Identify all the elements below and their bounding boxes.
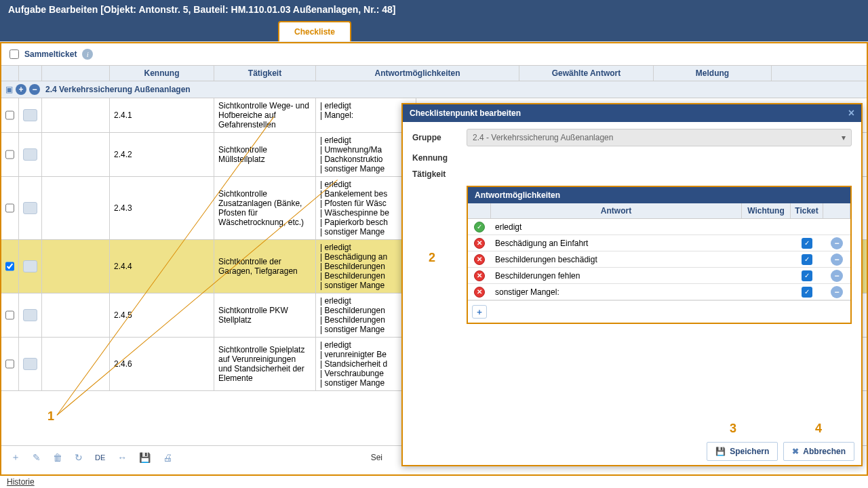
answer-row[interactable]: ✕sonstiger Mangel:✓− (468, 284, 850, 300)
toolbar-lang[interactable]: DE (95, 453, 105, 462)
drag-handle[interactable] (23, 148, 37, 161)
add-icon[interactable]: + (16, 84, 26, 95)
dialog-title: Checklistenpunkt bearbeiten (410, 108, 521, 118)
group-label: 2.4 Verkehrssicherung Außenanlagen (43, 85, 191, 94)
row-kennung: 2.4.6 (110, 338, 214, 390)
row-checkbox[interactable] (5, 359, 14, 369)
row-checkbox[interactable] (5, 203, 14, 213)
edit-dialog: Checklistenpunkt bearbeiten × Gruppe 2.4… (401, 103, 863, 466)
kennung-label: Kennung (412, 153, 467, 163)
row-taetigkeit: Sichtkontrolle der Garagen, Tiefgaragen (214, 240, 316, 293)
col-kennung[interactable]: Kennung (110, 66, 214, 81)
row-checkbox[interactable] (5, 150, 14, 159)
row-taetigkeit: Sichtkontrolle PKW Stellplatz (214, 293, 316, 337)
callout-2: 2 (429, 251, 435, 265)
close-icon[interactable]: × (848, 107, 854, 119)
dialog-title-bar: Checklistenpunkt bearbeiten × (403, 104, 861, 122)
answer-text: Beschilderungen beschädigt (491, 255, 742, 264)
ticket-checkbox[interactable]: ✓ (802, 287, 812, 298)
row-taetigkeit: Sichtkontrolle Zusatzanlagen (Bänke, Pfo… (214, 177, 316, 239)
save-icon: 💾 (715, 447, 726, 456)
sammelticket-row: Sammelticket i (1, 43, 867, 65)
chevron-down-icon: ▾ (842, 133, 846, 142)
callout-1: 1 (47, 409, 54, 424)
remove-icon[interactable]: − (29, 84, 40, 95)
remove-answer-button[interactable]: − (831, 270, 843, 282)
drag-handle[interactable] (23, 260, 37, 272)
row-kennung: 2.4.1 (110, 98, 214, 132)
remove-answer-button[interactable]: − (831, 237, 843, 249)
error-icon: ✕ (474, 254, 485, 265)
toolbar-refresh-icon[interactable]: ↻ (75, 452, 83, 463)
answers-col-wichtung[interactable]: Wichtung (742, 203, 791, 218)
row-taetigkeit: Sichtkontrolle Müllstellplatz (214, 133, 316, 176)
row-checkbox[interactable] (5, 262, 14, 271)
answer-row[interactable]: ✓erledigt (468, 219, 850, 235)
col-meldung[interactable]: Meldung (654, 66, 772, 81)
answer-row[interactable]: ✕Beschädigung an Einfahrt✓− (468, 235, 850, 251)
tab-bar: Checkliste (0, 19, 868, 42)
window-title: Aufgabe Bearbeiten [Objekt: Antonstr. 5,… (0, 0, 868, 19)
ticket-checkbox[interactable]: ✓ (802, 238, 812, 249)
error-icon: ✕ (474, 238, 485, 249)
callout-4: 4 (815, 422, 822, 436)
taetigkeit-label: Tätigkeit (412, 169, 467, 179)
col-gewaehlt[interactable]: Gewählte Antwort (519, 66, 654, 81)
drag-handle[interactable] (23, 109, 37, 121)
ticket-checkbox[interactable]: ✓ (802, 254, 812, 265)
row-kennung: 2.4.3 (110, 177, 214, 239)
answers-panel-title: Antwortmöglichkeiten (468, 187, 850, 203)
row-checkbox[interactable] (5, 310, 14, 320)
row-kennung: 2.4.2 (110, 133, 214, 176)
cancel-button[interactable]: ✖Abbrechen (783, 442, 854, 461)
answer-row[interactable]: ✕Beschilderungen fehlen✓− (468, 268, 850, 284)
answer-text: sonstiger Mangel: (491, 287, 742, 297)
row-taetigkeit: Sichtkontrolle Spielplatz auf Verunreini… (214, 338, 316, 390)
gruppe-select[interactable]: 2.4 - Verkehrssicherung Außenanlagen ▾ (467, 129, 852, 146)
col-taetigkeit[interactable]: Tätigkeit (214, 66, 316, 81)
drag-handle[interactable] (23, 202, 37, 214)
sammelticket-label: Sammelticket (24, 49, 77, 59)
tab-checkliste[interactable]: Checkliste (278, 21, 351, 41)
answers-col-antwort[interactable]: Antwort (491, 203, 742, 218)
toolbar-delete-icon[interactable]: 🗑 (53, 452, 62, 463)
sammelticket-checkbox[interactable] (9, 49, 19, 59)
callout-3: 3 (730, 422, 736, 436)
toolbar-save-icon[interactable]: 💾 (139, 452, 151, 463)
error-icon: ✕ (474, 287, 485, 298)
toolbar-print-icon[interactable]: 🖨 (163, 452, 172, 463)
group-row[interactable]: ▣ + − 2.4 Verkehrssicherung Außenanlagen (1, 81, 867, 98)
toolbar-add-icon[interactable]: ＋ (11, 451, 20, 464)
col-antwort[interactable]: Antwortmöglichkeiten (316, 66, 519, 81)
row-checkbox[interactable] (5, 110, 14, 120)
ticket-checkbox[interactable]: ✓ (802, 270, 812, 281)
answer-row[interactable]: ✕Beschilderungen beschädigt✓− (468, 251, 850, 268)
info-icon[interactable]: i (82, 49, 93, 60)
grid-header: Kennung Tätigkeit Antwortmöglichkeiten G… (1, 66, 867, 81)
remove-answer-button[interactable]: − (831, 286, 843, 298)
save-button[interactable]: 💾Speichern (707, 442, 778, 461)
answer-text: Beschädigung an Einfahrt (491, 239, 742, 248)
answer-text: erledigt (491, 222, 742, 232)
gruppe-label: Gruppe (412, 133, 467, 142)
page-label: Sei (371, 453, 382, 462)
row-kennung: 2.4.4 (110, 240, 214, 293)
toolbar-move-icon[interactable]: ↔ (117, 452, 127, 463)
historie-link[interactable]: Historie (7, 477, 35, 487)
row-kennung: 2.4.5 (110, 293, 214, 337)
answers-panel: Antwortmöglichkeiten Antwort Wichtung Ti… (467, 186, 852, 324)
error-icon: ✕ (474, 270, 485, 281)
remove-answer-button[interactable]: − (831, 253, 843, 266)
drag-handle[interactable] (23, 358, 37, 370)
drag-handle[interactable] (23, 309, 37, 321)
add-answer-button[interactable]: ＋ (472, 305, 487, 319)
answers-col-ticket[interactable]: Ticket (791, 203, 823, 218)
answer-text: Beschilderungen fehlen (491, 271, 742, 281)
cancel-icon: ✖ (792, 447, 799, 456)
toolbar-edit-icon[interactable]: ✎ (33, 452, 41, 463)
ok-icon: ✓ (474, 222, 485, 232)
